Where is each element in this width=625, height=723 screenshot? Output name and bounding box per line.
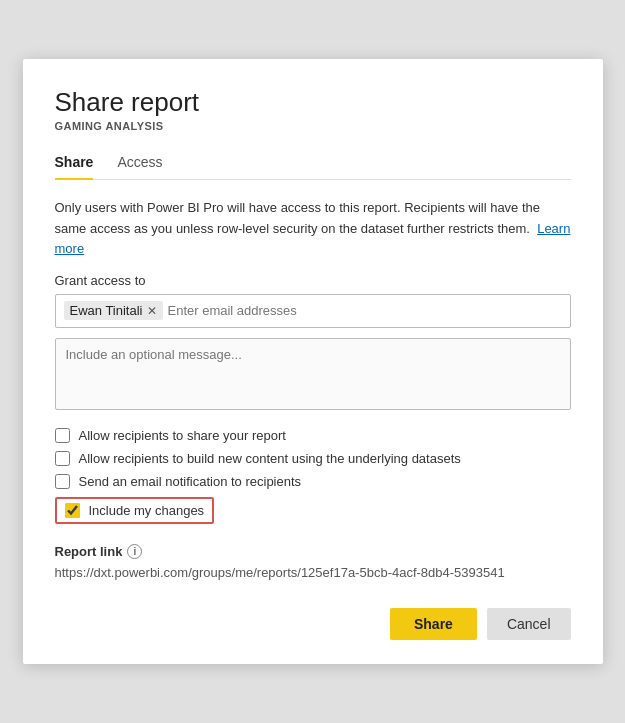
email-input-row[interactable]: Ewan Tinitali ✕ bbox=[55, 294, 571, 328]
checkbox-allow-build[interactable] bbox=[55, 451, 70, 466]
checkbox-include-changes-row: Include my changes bbox=[55, 497, 215, 524]
share-button[interactable]: Share bbox=[390, 608, 477, 640]
checkbox-send-email-row: Send an email notification to recipients bbox=[55, 474, 571, 489]
info-text: Only users with Power BI Pro will have a… bbox=[55, 198, 571, 258]
checkbox-include-changes[interactable] bbox=[65, 503, 80, 518]
share-report-dialog: Share report GAMING ANALYSIS Share Acces… bbox=[23, 59, 603, 664]
email-tag: Ewan Tinitali ✕ bbox=[64, 301, 164, 320]
checkbox-send-email[interactable] bbox=[55, 474, 70, 489]
dialog-title: Share report bbox=[55, 87, 571, 118]
footer-buttons: Share Cancel bbox=[55, 608, 571, 640]
checkbox-allow-share[interactable] bbox=[55, 428, 70, 443]
email-tag-close-icon[interactable]: ✕ bbox=[147, 305, 157, 317]
checkbox-allow-share-label: Allow recipients to share your report bbox=[79, 428, 286, 443]
info-icon[interactable]: i bbox=[127, 544, 142, 559]
checkbox-allow-build-label: Allow recipients to build new content us… bbox=[79, 451, 461, 466]
report-link-label: Report link i bbox=[55, 544, 571, 559]
report-link-url: https://dxt.powerbi.com/groups/me/report… bbox=[55, 565, 571, 580]
tab-share[interactable]: Share bbox=[55, 146, 94, 180]
checkbox-include-changes-label: Include my changes bbox=[89, 503, 205, 518]
checkbox-allow-build-row: Allow recipients to build new content us… bbox=[55, 451, 571, 466]
dialog-subtitle: GAMING ANALYSIS bbox=[55, 120, 571, 132]
email-tag-text: Ewan Tinitali bbox=[70, 303, 143, 318]
checkboxes-section: Allow recipients to share your report Al… bbox=[55, 428, 571, 524]
email-input[interactable] bbox=[167, 303, 561, 318]
report-link-section: Report link i https://dxt.powerbi.com/gr… bbox=[55, 544, 571, 580]
tabs-row: Share Access bbox=[55, 146, 571, 180]
message-textarea[interactable] bbox=[55, 338, 571, 410]
checkbox-send-email-label: Send an email notification to recipients bbox=[79, 474, 302, 489]
cancel-button[interactable]: Cancel bbox=[487, 608, 571, 640]
checkbox-allow-share-row: Allow recipients to share your report bbox=[55, 428, 571, 443]
tab-access[interactable]: Access bbox=[117, 146, 162, 180]
grant-access-label: Grant access to bbox=[55, 273, 571, 288]
